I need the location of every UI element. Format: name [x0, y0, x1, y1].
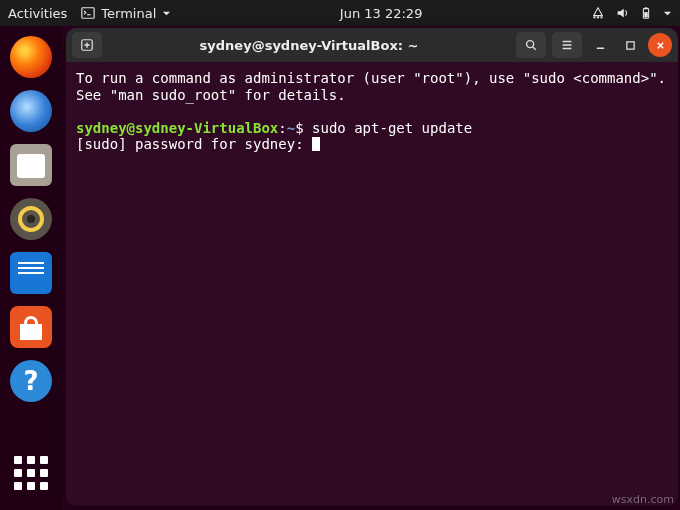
firefox-icon: [10, 36, 52, 78]
rhythmbox-icon: [10, 198, 52, 240]
volume-icon: [615, 6, 629, 20]
new-tab-button[interactable]: [72, 32, 102, 58]
dock: ?: [0, 26, 62, 510]
svg-point-8: [527, 41, 534, 48]
prompt-userhost: sydney@sydney-VirtualBox: [76, 120, 278, 136]
chevron-down-icon: [162, 9, 171, 18]
dock-item-help[interactable]: ?: [8, 358, 54, 404]
dock-item-thunderbird[interactable]: [8, 88, 54, 134]
files-icon: [10, 144, 52, 186]
show-applications-button[interactable]: [8, 450, 54, 496]
search-button[interactable]: [516, 32, 546, 58]
cursor: [312, 137, 320, 151]
svg-point-2: [597, 16, 599, 18]
top-panel-left: Activities Terminal: [8, 6, 171, 21]
command-text: sudo apt-get update: [312, 120, 472, 136]
window-title: sydney@sydney-VirtualBox: ~: [108, 38, 510, 53]
svg-rect-6: [644, 12, 648, 17]
watermark: wsxdn.com: [612, 493, 674, 506]
thunderbird-icon: [10, 90, 52, 132]
help-icon: ?: [10, 360, 52, 402]
terminal-window: sydney@sydney-VirtualBox: ~ To run a com…: [66, 28, 678, 506]
motd-line: See "man sudo_root" for details.: [76, 87, 346, 103]
battery-icon: [639, 6, 653, 20]
prompt-symbol: $: [295, 120, 303, 136]
dock-item-libreoffice-writer[interactable]: [8, 250, 54, 296]
dock-item-ubuntu-software[interactable]: [8, 304, 54, 350]
writer-icon: [10, 252, 52, 294]
dock-item-rhythmbox[interactable]: [8, 196, 54, 242]
svg-point-1: [593, 16, 595, 18]
terminal-icon: [81, 6, 95, 20]
prompt-path: ~: [287, 120, 295, 136]
svg-rect-9: [626, 41, 633, 48]
svg-rect-0: [82, 8, 94, 19]
close-button[interactable]: [648, 33, 672, 57]
minimize-button[interactable]: [588, 33, 612, 57]
dock-item-firefox[interactable]: [8, 34, 54, 80]
svg-point-3: [600, 16, 602, 18]
svg-rect-5: [645, 7, 648, 8]
dock-item-files[interactable]: [8, 142, 54, 188]
system-tray[interactable]: [591, 6, 672, 20]
chevron-down-icon: [663, 9, 672, 18]
clock[interactable]: Jun 13 22:29: [171, 6, 591, 21]
network-icon: [591, 6, 605, 20]
maximize-button[interactable]: [618, 33, 642, 57]
titlebar: sydney@sydney-VirtualBox: ~: [66, 28, 678, 62]
prompt-sep: :: [278, 120, 286, 136]
activities-button[interactable]: Activities: [8, 6, 67, 21]
hamburger-menu-button[interactable]: [552, 32, 582, 58]
app-menu[interactable]: Terminal: [81, 6, 171, 21]
motd-line: To run a command as administrator (user …: [76, 70, 666, 86]
terminal-body[interactable]: To run a command as administrator (user …: [66, 62, 678, 161]
app-menu-label: Terminal: [101, 6, 156, 21]
top-panel: Activities Terminal Jun 13 22:29: [0, 0, 680, 26]
sudo-prompt: [sudo] password for sydney:: [76, 136, 304, 152]
software-icon: [10, 306, 52, 348]
